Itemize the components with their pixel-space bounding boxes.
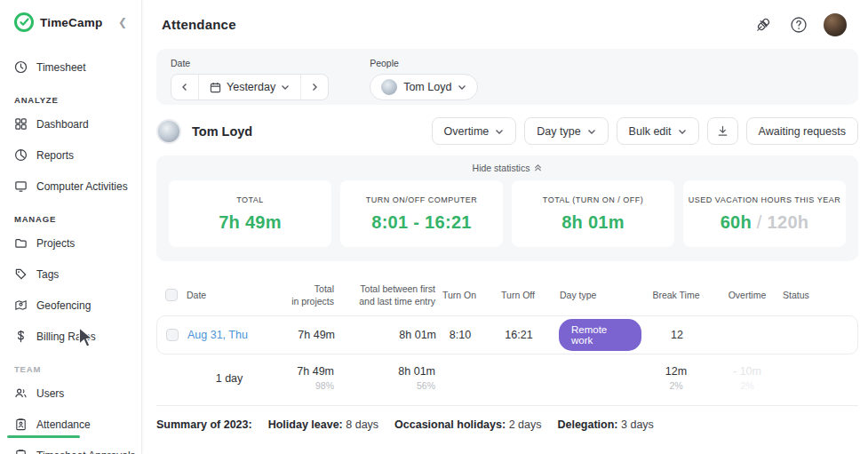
delegation-value: 3 days [621, 418, 654, 431]
date-filter-label: Date [171, 58, 329, 68]
download-icon [717, 125, 729, 137]
date-dropdown[interactable]: Yesterday [198, 75, 301, 100]
hide-statistics-label: Hide statistics [473, 163, 530, 173]
sidebar-item-dashboard[interactable]: Dashboard [14, 115, 141, 132]
hide-statistics-toggle[interactable]: Hide statistics [169, 163, 846, 173]
row-day-type: Remote work [553, 319, 641, 351]
col-break-time: Break Time [641, 290, 712, 300]
col-total-between: Total between firstand last time entry [334, 283, 435, 307]
row-turn-on: 8:10 [436, 329, 484, 341]
day-type-button-label: Day type [537, 125, 580, 138]
people-filter-label: People [370, 58, 478, 68]
calendar-icon [210, 82, 221, 93]
section-analyze: ANALYZE [14, 95, 141, 105]
sidebar-item-users[interactable]: Users [14, 385, 141, 402]
sidebar-item-label: Computer Activities [36, 180, 128, 193]
tag-icon [14, 267, 28, 281]
attendance-icon [14, 418, 28, 431]
brand[interactable]: TimeCamp ❮ [14, 12, 141, 32]
sidebar-item-label: Users [36, 387, 64, 400]
awaiting-requests-button[interactable]: Awaiting requests [746, 117, 858, 145]
chevron-down-icon [678, 127, 687, 136]
sidebar-item-label: Geofencing [36, 299, 91, 312]
stat-card-value: 60h / 120h [721, 212, 809, 233]
select-all-checkbox[interactable] [165, 289, 178, 301]
row-date-link[interactable]: Aug 31, Thu [187, 329, 273, 341]
sidebar-item-computer-activities[interactable]: Computer Activities [14, 178, 141, 195]
sidebar-collapse-icon[interactable]: ❮ [118, 16, 132, 28]
day-type-badge[interactable]: Remote work [559, 319, 641, 351]
sidebar-item-label: Dashboard [36, 118, 89, 131]
row-break-time: 12 [641, 329, 713, 341]
chevron-right-icon [310, 83, 319, 92]
sidebar-item-tags[interactable]: Tags [14, 266, 141, 283]
stat-card-label: TOTAL (TURN ON / OFF) [543, 195, 643, 204]
sidebar-item-reports[interactable]: Reports [14, 147, 141, 163]
table-row: Aug 31, Thu 7h 49m 8h 01m 8:10 16:21 Rem… [156, 315, 858, 354]
stat-card-value: 8h 01m [561, 212, 625, 233]
date-filter: Date Yesterday [171, 58, 329, 100]
download-button[interactable] [707, 117, 738, 145]
help-icon[interactable] [788, 14, 809, 36]
col-date: Date [187, 290, 272, 300]
integrations-plug-icon[interactable] [753, 14, 774, 36]
col-between-l2: and last time entry [334, 295, 435, 307]
summary-break-pct: 2% [641, 380, 712, 391]
summary-total-pct: 98% [272, 380, 334, 391]
overtime-button[interactable]: Overtime [432, 117, 517, 145]
folder-icon [14, 236, 28, 250]
col-status: Status [783, 290, 858, 300]
sidebar-item-attendance[interactable]: Attendance [14, 416, 141, 433]
vacation-total: 120h [768, 212, 809, 232]
sidebar-item-geofencing[interactable]: Geofencing [14, 297, 141, 314]
summary-between-value: 8h 01m [334, 365, 435, 378]
summary-2023: Summary of 2023: Holiday leave: 8 days O… [156, 418, 858, 431]
stat-card-label: TURN ON/OFF COMPUTER [366, 195, 478, 204]
brand-name: TimeCamp [40, 16, 112, 29]
clipboard-check-icon [14, 449, 28, 454]
sidebar-item-label: Projects [36, 237, 75, 250]
table-header: Date Totalin projects Total between firs… [156, 274, 858, 315]
prev-day-button[interactable] [171, 75, 198, 100]
map-pin-icon [14, 299, 28, 312]
bulk-edit-button[interactable]: Bulk edit [617, 117, 699, 145]
row-checkbox[interactable] [166, 329, 179, 341]
topbar: Attendance [142, 0, 868, 49]
dashboard-icon [14, 117, 28, 131]
summary-total: 7h 49m98% [272, 365, 334, 391]
occasional-holidays-value: 2 days [509, 418, 542, 431]
stat-cards: TOTAL 7h 49m TURN ON/OFF COMPUTER 8:01 -… [169, 180, 846, 247]
person-avatar-small [381, 79, 397, 95]
summary-break: 12m2% [641, 365, 712, 391]
col-total-l1: Total [272, 283, 334, 295]
sidebar-item-timesheet[interactable]: Timesheet [14, 59, 141, 76]
topbar-icons [753, 13, 847, 36]
people-dropdown[interactable]: Tom Loyd [370, 74, 478, 100]
sidebar-item-label: Reports [36, 149, 74, 162]
user-avatar[interactable] [824, 13, 847, 36]
reports-icon [14, 148, 28, 162]
day-type-button[interactable]: Day type [524, 117, 608, 145]
summary-total-value: 7h 49m [272, 365, 334, 378]
person-name: Tom Loyd [192, 124, 252, 139]
summary-between-pct: 56% [334, 380, 435, 391]
summary-overtime-pct: 2% [712, 380, 783, 391]
chevron-down-icon [281, 83, 290, 92]
app-window: TimeCamp ❮ Timesheet ANALYZE Dashboard R… [0, 0, 868, 454]
vacation-used: 60h [721, 212, 752, 232]
sidebar-item-timesheet-approvals[interactable]: Timesheet Approvals [14, 447, 141, 454]
stat-card-vacation-hours: USED VACATION HOURS THIS YEAR 60h / 120h [683, 180, 846, 247]
chevron-down-icon [458, 83, 466, 92]
summary-overtime-value: - 10m [712, 365, 783, 378]
holiday-leave: Holiday leave: 8 days [268, 418, 378, 431]
chevron-down-icon [587, 127, 596, 136]
person-avatar [156, 119, 181, 144]
vacation-separator: / [752, 212, 768, 232]
active-underline [7, 435, 80, 438]
people-dropdown-value: Tom Loyd [403, 81, 451, 93]
sidebar-item-projects[interactable]: Projects [14, 235, 141, 251]
stat-card-total-turn-on-off: TOTAL (TURN ON / OFF) 8h 01m [512, 180, 674, 247]
next-day-button[interactable] [301, 75, 328, 100]
col-total-in-projects: Totalin projects [272, 283, 334, 307]
dollar-icon [14, 330, 28, 343]
